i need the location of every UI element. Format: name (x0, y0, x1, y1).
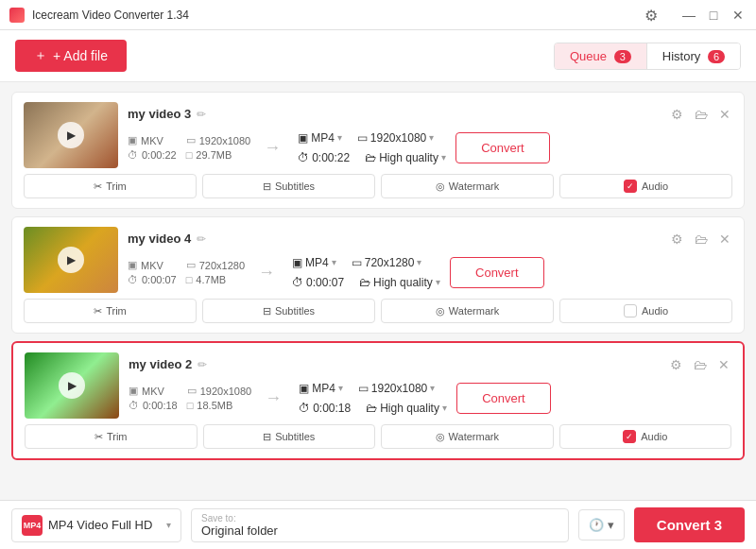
output-quality-video4[interactable]: 🗁 High quality ▾ (355, 274, 444, 291)
quality-chevron: ▾ (442, 403, 447, 413)
output-quality-video2[interactable]: 🗁 High quality ▾ (362, 400, 451, 417)
clock-icon: ⏱ (128, 149, 138, 161)
out-quality-label: High quality (380, 402, 439, 415)
card-folder-video3[interactable]: 🗁 (693, 105, 710, 124)
watermark-icon: ◎ (436, 180, 445, 193)
output-format-video3[interactable]: ▣ MP4 ▾ (294, 129, 346, 146)
audio-checkbox-video3: ✓ (624, 180, 637, 193)
card-title-video2: my video 2 (129, 357, 192, 371)
input-format: MKV (141, 135, 163, 146)
folder-icon: 🗁 (366, 402, 377, 415)
maximize-button[interactable]: □ (705, 7, 722, 24)
subtitles-button-video4[interactable]: ⊟ Subtitles (202, 299, 375, 323)
card-folder-video2[interactable]: 🗁 (692, 355, 709, 374)
card-folder-video4[interactable]: 🗁 (693, 230, 710, 249)
output-quality-video3[interactable]: 🗁 High quality ▾ (361, 149, 450, 166)
card-close-video4[interactable]: ✕ (717, 230, 732, 249)
audio-toggle-video2[interactable]: ✓ Audio (559, 424, 732, 449)
out-dur-label: 0:00:22 (312, 151, 350, 164)
minimize-button[interactable]: — (680, 7, 697, 24)
audio-toggle-video3[interactable]: ✓ Audio (559, 174, 732, 198)
convert-button-video2[interactable]: Convert (456, 383, 551, 414)
output-resolution-video2[interactable]: ▭ 1920x1080 ▾ (354, 380, 438, 397)
main-convert-button[interactable]: Convert 3 (634, 507, 745, 542)
watermark-icon: ◎ (436, 431, 445, 443)
audio-toggle-video4[interactable]: Audio (559, 299, 732, 323)
clock-icon: 🕐 (589, 518, 604, 532)
close-button[interactable]: ✕ (730, 7, 747, 24)
card-settings-video4[interactable]: ⚙ (669, 230, 685, 249)
size-icon: □ (186, 274, 193, 285)
title-bar: Icecream Video Converter 1.34 ⚙ — □ ✕ (0, 0, 756, 30)
arrow: → (250, 263, 283, 283)
input-resolution: 720x1280 (199, 260, 245, 271)
settings-icon[interactable]: ⚙ (644, 7, 662, 24)
video-card-video2: ▶ my video 2 ✏ ⚙ 🗁 ✕ (11, 341, 745, 460)
audio-checkbox-video2: ✓ (623, 430, 636, 443)
thumbnail-video2[interactable]: ▶ (25, 352, 119, 419)
format-icon: ▣ (128, 259, 137, 271)
play-button-video2[interactable]: ▶ (59, 372, 85, 399)
subtitles-button-video2[interactable]: ⊟ Subtitles (203, 424, 376, 449)
card-meta-input: ▣ MKV ⏱ 0:00:22 ▭ 1920x1080 (128, 134, 250, 161)
card-settings-video2[interactable]: ⚙ (668, 355, 684, 374)
res-chevron: ▾ (430, 383, 435, 393)
trim-button-video3[interactable]: ✂ Trim (24, 174, 197, 198)
schedule-button[interactable]: 🕐 ▾ (578, 509, 625, 540)
folder-icon: 🗁 (359, 276, 370, 289)
out-dur-label: 0:00:07 (306, 276, 344, 289)
app-icon (9, 8, 25, 23)
input-duration: 0:00:07 (142, 274, 177, 285)
format-selector[interactable]: MP4 MP4 Video Full HD ▾ (11, 508, 181, 542)
input-format: MKV (141, 260, 163, 271)
card-settings-video3[interactable]: ⚙ (669, 105, 685, 124)
card-title-row: my video 3 ✏ ⚙ 🗁 ✕ (128, 105, 732, 124)
monitor-icon: ▭ (358, 382, 369, 395)
output-format-video4[interactable]: ▣ MP4 ▾ (288, 254, 340, 271)
schedule-chevron: ▾ (608, 518, 614, 532)
convert-button-video4[interactable]: Convert (450, 257, 544, 288)
card-meta-input: ▣ MKV ⏱ 0:00:18 ▭ 1920x1080 (129, 385, 251, 411)
top-bar: ＋ + Add file Queue 3 History 6 (0, 30, 756, 82)
output-resolution-video3[interactable]: ▭ 1920x1080 ▾ (353, 129, 438, 146)
watermark-button-video3[interactable]: ◎ Watermark (381, 174, 554, 198)
bottom-bar: MP4 MP4 Video Full HD ▾ Save to: Origina… (0, 500, 756, 549)
edit-icon-video2[interactable]: ✏ (198, 358, 207, 371)
monitor-icon: ▭ (357, 131, 368, 145)
play-button-video3[interactable]: ▶ (58, 122, 84, 148)
arrow: → (257, 388, 289, 408)
card-close-video2[interactable]: ✕ (716, 355, 731, 374)
history-tab[interactable]: History 6 (647, 43, 740, 69)
format-chevron: ▾ (166, 520, 171, 530)
card-close-video3[interactable]: ✕ (717, 105, 732, 124)
convert-count: 3 (714, 517, 722, 533)
output-resolution-video4[interactable]: ▭ 720x1280 ▾ (348, 254, 426, 271)
output-time-video3: ⏱ 0:00:22 (294, 149, 353, 166)
output-settings: ▣ MP4 ▾ ▭ 1920x1080 ▾ (295, 380, 451, 417)
out-format-label: MP4 (311, 131, 335, 145)
save-to-selector[interactable]: Save to: Original folder (191, 508, 569, 542)
input-format: MKV (142, 386, 164, 397)
play-button-video4[interactable]: ▶ (58, 247, 84, 273)
out-format-label: MP4 (312, 382, 335, 395)
edit-icon-video4[interactable]: ✏ (197, 232, 206, 246)
thumbnail-video3[interactable]: ▶ (24, 102, 118, 168)
watermark-button-video2[interactable]: ◎ Watermark (381, 424, 554, 449)
app-title: Icecream Video Converter 1.34 (32, 9, 644, 22)
watermark-button-video4[interactable]: ◎ Watermark (381, 299, 554, 323)
add-file-button[interactable]: ＋ + Add file (15, 40, 127, 72)
edit-icon-video3[interactable]: ✏ (197, 108, 206, 121)
plus-icon: ＋ (34, 47, 47, 64)
history-badge: 6 (708, 50, 725, 63)
subtitles-button-video3[interactable]: ⊟ Subtitles (202, 174, 375, 198)
output-format-video2[interactable]: ▣ MP4 ▾ (295, 380, 347, 397)
input-size: 4.7MB (196, 274, 226, 285)
output-settings: ▣ MP4 ▾ ▭ 720x1280 ▾ (288, 254, 444, 291)
trim-button-video4[interactable]: ✂ Trim (24, 299, 197, 323)
convert-button-video3[interactable]: Convert (455, 132, 550, 163)
card-title-video4: my video 4 (128, 232, 191, 246)
input-size: 18.5MB (197, 400, 232, 411)
trim-button-video2[interactable]: ✂ Trim (25, 424, 198, 449)
queue-tab[interactable]: Queue 3 (555, 43, 647, 69)
thumbnail-video4[interactable]: ▶ (24, 227, 118, 293)
